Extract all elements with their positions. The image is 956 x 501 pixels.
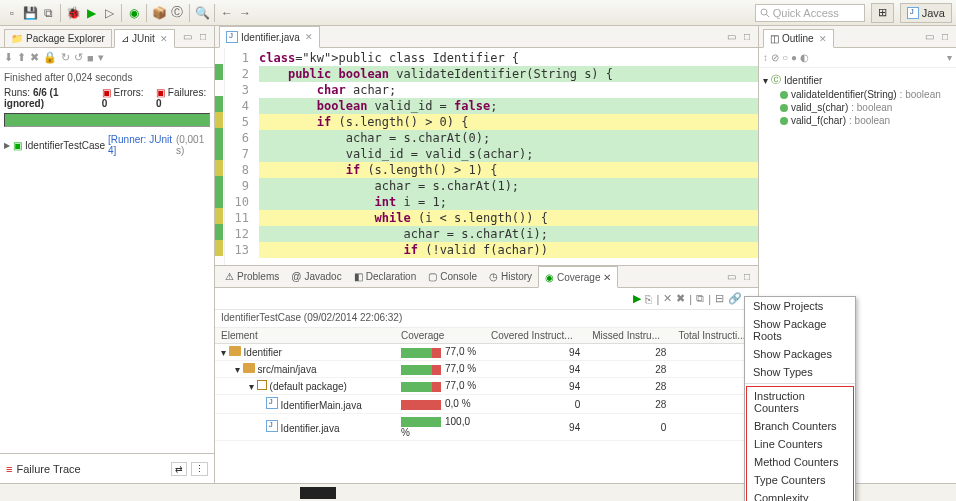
history-icon: ◷: [489, 271, 498, 282]
quick-access-input[interactable]: Quick Access: [755, 4, 865, 22]
new-package-icon[interactable]: 📦: [151, 5, 167, 21]
maximize-icon[interactable]: □: [938, 29, 952, 43]
rerun-icon[interactable]: ↻: [61, 51, 70, 64]
java-perspective-button[interactable]: Java: [900, 3, 952, 23]
tab-javadoc[interactable]: @Javadoc: [285, 266, 347, 287]
java-icon: [907, 7, 919, 19]
table-row[interactable]: Identifier.java100,0 %940: [215, 414, 758, 441]
tab-junit[interactable]: ⊿ JUnit ✕: [114, 29, 175, 48]
prev-failure-icon[interactable]: ⬆: [17, 51, 26, 64]
maximize-icon[interactable]: □: [740, 29, 754, 43]
status-indicator: [300, 487, 336, 499]
declaration-icon: ◧: [354, 271, 363, 282]
minimize-icon[interactable]: ▭: [724, 269, 738, 283]
editor-tab-bar: Identifier.java ✕ ▭ □: [215, 26, 758, 48]
save-icon[interactable]: 💾: [22, 5, 38, 21]
minimize-icon[interactable]: ▭: [724, 29, 738, 43]
junit-results: Finished after 0,024 seconds Runs: 6/6 (…: [0, 68, 214, 453]
junit-progress-bar: [4, 113, 210, 127]
new-icon[interactable]: ▫: [4, 5, 20, 21]
menu-method-counters[interactable]: Method Counters: [747, 453, 853, 471]
menu-show-packages[interactable]: Show Packages: [745, 345, 855, 363]
coverage-session-label: IdentifierTestCase (09/02/2014 22:06:32): [215, 310, 758, 328]
left-panel: 📁 Package Explorer ⊿ JUnit ✕ ▭ □ ⬇ ⬆ ✖ 🔒…: [0, 26, 215, 483]
back-icon[interactable]: ←: [219, 5, 235, 21]
junit-finished-label: Finished after 0,024 seconds: [4, 72, 210, 83]
menu-complexity[interactable]: Complexity: [747, 489, 853, 501]
coverage-icon[interactable]: ◉: [126, 5, 142, 21]
close-icon[interactable]: ✕: [819, 34, 827, 44]
dump-icon[interactable]: ⎘: [645, 293, 652, 305]
menu-type-counters[interactable]: Type Counters: [747, 471, 853, 489]
sort-icon[interactable]: ↕: [763, 52, 768, 63]
scroll-lock-icon[interactable]: 🔒: [43, 51, 57, 64]
debug-icon[interactable]: 🐞: [65, 5, 81, 21]
coverage-icon: ◉: [545, 272, 554, 283]
junit-toolbar: ⬇ ⬆ ✖ 🔒 ↻ ↺ ■ ▾: [0, 48, 214, 68]
failure-trace-section: ≡ Failure Trace ⇄ ⋮: [0, 453, 214, 483]
menu-instruction-counters[interactable]: Instruction Counters: [747, 387, 853, 417]
outline-icon: ◫: [770, 33, 779, 44]
compare-icon[interactable]: ⇄: [171, 462, 187, 476]
stop-icon[interactable]: ■: [87, 52, 94, 64]
minimize-icon[interactable]: ▭: [180, 29, 194, 43]
open-perspective-button[interactable]: ⊞: [871, 3, 894, 23]
tab-package-explorer[interactable]: 📁 Package Explorer: [4, 29, 112, 47]
junit-tree[interactable]: ▶ ▣ IdentifierTestCase [Runner: JUnit 4]…: [4, 133, 210, 157]
javadoc-icon: @: [291, 271, 301, 282]
package-explorer-icon: 📁: [11, 33, 23, 44]
filter-icon[interactable]: ⋮: [191, 462, 208, 476]
merge-icon[interactable]: ⧉: [696, 292, 704, 305]
history-icon[interactable]: ▾: [98, 51, 104, 64]
maximize-icon[interactable]: □: [196, 29, 210, 43]
tab-declaration[interactable]: ◧Declaration: [348, 266, 423, 287]
search-icon[interactable]: 🔍: [194, 5, 210, 21]
coverage-view-menu[interactable]: Show Projects Show Package Roots Show Pa…: [744, 296, 856, 501]
tab-coverage[interactable]: ◉Coverage✕: [538, 266, 618, 288]
forward-icon[interactable]: →: [237, 5, 253, 21]
view-menu-icon[interactable]: ▾: [947, 52, 952, 63]
link-icon[interactable]: 🔗: [728, 292, 742, 305]
menu-show-projects[interactable]: Show Projects: [745, 297, 855, 315]
bottom-tab-bar: ⚠Problems @Javadoc ◧Declaration ▢Console…: [215, 266, 758, 288]
tab-console[interactable]: ▢Console: [422, 266, 483, 287]
center-panel: Identifier.java ✕ ▭ □ 12345678910111213 …: [215, 26, 758, 483]
collapse-icon[interactable]: ⊟: [715, 292, 724, 305]
menu-show-types[interactable]: Show Types: [745, 363, 855, 381]
run-icon[interactable]: ▶: [83, 5, 99, 21]
tab-problems[interactable]: ⚠Problems: [219, 266, 285, 287]
tab-outline[interactable]: ◫ Outline ✕: [763, 29, 834, 48]
hide-fields-icon[interactable]: ⊘: [771, 52, 779, 63]
outline-toolbar: ↕ ⊘ ○ ● ◐ ▾: [759, 48, 956, 68]
new-class-icon[interactable]: Ⓒ: [169, 5, 185, 21]
save-all-icon[interactable]: ⧉: [40, 5, 56, 21]
remove-session-icon[interactable]: ✕: [663, 292, 672, 305]
run-last-icon[interactable]: ▷: [101, 5, 117, 21]
tab-history[interactable]: ◷History: [483, 266, 538, 287]
table-row[interactable]: ▾ src/main/java77,0 %9428: [215, 361, 758, 378]
hide-static-icon[interactable]: ○: [782, 52, 788, 63]
code-editor[interactable]: 12345678910111213 class="kw">public clas…: [215, 48, 758, 265]
minimize-icon[interactable]: ▭: [922, 29, 936, 43]
close-icon[interactable]: ✕: [160, 34, 168, 44]
rerun-failed-icon[interactable]: ↺: [74, 51, 83, 64]
next-failure-icon[interactable]: ⬇: [4, 51, 13, 64]
maximize-icon[interactable]: □: [740, 269, 754, 283]
table-row[interactable]: IdentifierMain.java0,0 %028: [215, 395, 758, 414]
menu-branch-counters[interactable]: Branch Counters: [747, 417, 853, 435]
hide-local-icon[interactable]: ◐: [800, 52, 809, 63]
test-pass-icon: ▣: [13, 140, 22, 151]
table-row[interactable]: ▾ Identifier77,0 %9428: [215, 344, 758, 361]
menu-show-package-roots[interactable]: Show Package Roots: [745, 315, 855, 345]
console-icon: ▢: [428, 271, 437, 282]
remove-all-icon[interactable]: ✖: [676, 292, 685, 305]
close-icon[interactable]: ✕: [305, 32, 313, 42]
editor-tab-identifier[interactable]: Identifier.java ✕: [219, 26, 320, 48]
show-failures-icon[interactable]: ✖: [30, 51, 39, 64]
table-row[interactable]: ▾ (default package)77,0 %9428: [215, 378, 758, 395]
hide-nonpublic-icon[interactable]: ●: [791, 52, 797, 63]
coverage-table[interactable]: Element Coverage Covered Instruct... Mis…: [215, 328, 758, 483]
close-icon[interactable]: ✕: [603, 272, 611, 283]
relaunch-icon[interactable]: ▶: [633, 292, 641, 305]
menu-line-counters[interactable]: Line Counters: [747, 435, 853, 453]
